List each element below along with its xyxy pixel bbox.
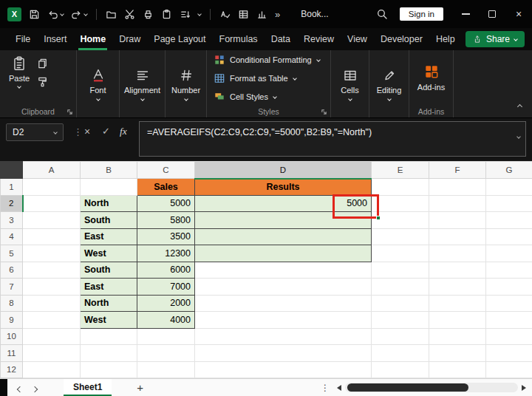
paste-icon[interactable] xyxy=(161,9,172,20)
ribbon-tab-data[interactable]: Data xyxy=(265,28,297,50)
cell[interactable] xyxy=(486,179,532,196)
cell-B2[interactable]: North xyxy=(81,195,137,212)
cell[interactable] xyxy=(81,345,137,362)
sheet-tab-sheet1[interactable]: Sheet1 xyxy=(64,379,112,396)
conditional-formatting-button[interactable]: Conditional Formatting xyxy=(207,52,330,69)
ribbon-tab-review[interactable]: Review xyxy=(297,28,341,50)
open-folder-icon[interactable] xyxy=(106,9,117,20)
column-header-F[interactable]: F xyxy=(429,162,486,179)
copy-button[interactable] xyxy=(37,58,48,69)
cell[interactable] xyxy=(137,328,195,345)
name-box[interactable]: D2 xyxy=(6,123,64,141)
cell[interactable] xyxy=(429,295,486,312)
ribbon-tab-home[interactable]: Home xyxy=(73,28,112,50)
maximize-button[interactable] xyxy=(479,0,505,28)
cell-D4[interactable] xyxy=(195,228,372,245)
redo-button[interactable] xyxy=(71,9,87,20)
table-icon[interactable] xyxy=(238,9,249,20)
sort-icon[interactable] xyxy=(180,9,191,20)
row-header-11[interactable]: 11 xyxy=(1,345,23,362)
undo-button[interactable] xyxy=(47,9,64,20)
cell[interactable] xyxy=(23,312,81,329)
row-header-10[interactable]: 10 xyxy=(1,328,23,345)
cell[interactable] xyxy=(486,361,532,378)
cell[interactable] xyxy=(372,179,429,196)
cell[interactable] xyxy=(429,212,486,229)
scrollbar-thumb[interactable] xyxy=(347,383,468,392)
cell-C2[interactable]: 5000 xyxy=(137,195,195,212)
enter-button[interactable]: ✓ xyxy=(102,126,110,137)
formula-input[interactable]: =AVERAGEIFS(C2:C9,C2:C9,"=5000",B2:B9,"=… xyxy=(139,121,526,157)
row-header-12[interactable]: 12 xyxy=(1,361,23,378)
cell[interactable] xyxy=(23,245,81,262)
cell-C7[interactable]: 7000 xyxy=(137,279,195,296)
cell[interactable] xyxy=(137,345,195,362)
format-painter-button[interactable] xyxy=(37,76,48,87)
cell-C9[interactable]: 4000 xyxy=(137,312,195,329)
cell-C8[interactable]: 2000 xyxy=(137,295,195,312)
scroll-left-arrow[interactable] xyxy=(337,385,341,391)
cell[interactable] xyxy=(486,212,532,229)
cancel-button[interactable]: × xyxy=(84,126,90,137)
sign-in-button[interactable]: Sign in xyxy=(400,7,443,21)
expand-formula-bar-button[interactable] xyxy=(517,128,520,141)
cell[interactable] xyxy=(429,262,486,279)
minimize-button[interactable] xyxy=(452,0,479,28)
cell-C1-sales-header[interactable]: Sales xyxy=(137,179,195,196)
cell-B8[interactable]: North xyxy=(81,295,137,312)
spelling-icon[interactable] xyxy=(219,9,231,20)
cell[interactable] xyxy=(486,262,532,279)
cell-B5[interactable]: West xyxy=(81,245,137,262)
next-sheet-button[interactable] xyxy=(33,381,37,395)
row-header-9[interactable]: 9 xyxy=(1,312,23,329)
column-header-B[interactable]: B xyxy=(81,162,137,179)
cell[interactable] xyxy=(23,228,81,245)
insert-function-button[interactable]: fx xyxy=(120,126,127,137)
cell[interactable] xyxy=(372,279,429,296)
cell[interactable] xyxy=(372,262,429,279)
add-sheet-button[interactable]: + xyxy=(137,382,143,393)
alignment-button[interactable]: Alignment xyxy=(120,50,165,117)
cell-C4[interactable]: 3500 xyxy=(137,228,195,245)
cell[interactable] xyxy=(81,179,137,196)
cell[interactable] xyxy=(81,361,137,378)
ribbon-tab-view[interactable]: View xyxy=(341,28,374,50)
cell[interactable] xyxy=(486,328,532,345)
scrollbar-track[interactable] xyxy=(345,383,518,392)
cell[interactable] xyxy=(23,179,81,196)
select-all-corner[interactable] xyxy=(1,162,23,179)
column-header-G[interactable]: G xyxy=(486,162,532,179)
cell[interactable] xyxy=(429,228,486,245)
cell[interactable] xyxy=(372,345,429,362)
cell[interactable] xyxy=(372,361,429,378)
ribbon-tab-formulas[interactable]: Formulas xyxy=(213,28,265,50)
cell[interactable] xyxy=(486,228,532,245)
share-button[interactable]: Share xyxy=(466,31,525,47)
editing-button[interactable]: Editing xyxy=(369,50,409,117)
cell[interactable] xyxy=(429,279,486,296)
cell[interactable] xyxy=(195,328,372,345)
cell-D1-results-header[interactable]: Results xyxy=(195,179,372,196)
row-header-2[interactable]: 2 xyxy=(1,195,23,212)
cell[interactable] xyxy=(429,328,486,345)
cell-styles-button[interactable]: Cell Styles xyxy=(207,89,330,106)
cell[interactable] xyxy=(81,328,137,345)
column-header-A[interactable]: A xyxy=(23,162,81,179)
column-header-E[interactable]: E xyxy=(372,162,429,179)
cell-D7[interactable] xyxy=(195,279,372,296)
cell[interactable] xyxy=(486,245,532,262)
cell-D9[interactable] xyxy=(195,312,372,329)
cell[interactable] xyxy=(23,195,81,212)
previous-sheet-button[interactable] xyxy=(18,381,22,395)
formula-bar-handle[interactable]: ⋮ xyxy=(73,126,83,137)
cell[interactable] xyxy=(23,262,81,279)
row-header-5[interactable]: 5 xyxy=(1,245,23,262)
row-header-4[interactable]: 4 xyxy=(1,228,23,245)
cell[interactable] xyxy=(23,345,81,362)
cell[interactable] xyxy=(429,345,486,362)
clipboard-dialog-launcher[interactable] xyxy=(66,109,73,115)
cell-D5[interactable] xyxy=(195,245,372,262)
cell[interactable] xyxy=(486,195,532,212)
paste-button[interactable]: Paste xyxy=(9,55,30,105)
format-as-table-button[interactable]: Format as Table xyxy=(207,70,330,87)
